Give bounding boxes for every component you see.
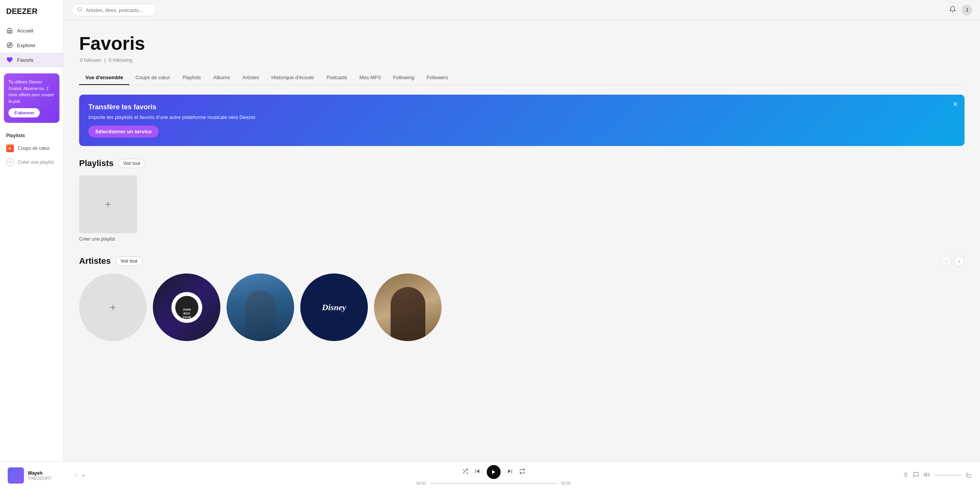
player-thumbnail (8, 467, 24, 484)
artistes-section-header: Artistes Voir tout ‹ › (79, 256, 965, 267)
tab-coups-de-coeur[interactable]: Coups de cœur (129, 71, 176, 85)
player-controls: 00:00 00:00 (91, 465, 896, 486)
player-buttons (462, 465, 525, 479)
tab-followers[interactable]: Followers (420, 71, 454, 85)
tab-podcasts[interactable]: Podcasts (320, 71, 353, 85)
playlists-section-title-main: Playlists (79, 158, 113, 168)
create-playlist-card-image: + (79, 175, 137, 233)
tab-following[interactable]: Following (387, 71, 420, 85)
next-button[interactable] (507, 468, 513, 476)
player-track-info: Wayeh THEODORT ♡ + (8, 467, 85, 484)
subscribe-button[interactable]: S'abonner (8, 108, 40, 117)
next-arrow-button[interactable]: › (954, 256, 965, 267)
coups-de-coeur-icon: ♥ (6, 144, 14, 152)
player-track-artist: THEODORT (28, 476, 70, 481)
sidebar-item-explorer-label: Explorer (17, 42, 36, 48)
svg-point-1 (7, 42, 12, 48)
topbar: J (64, 0, 980, 20)
artistes-section: Artistes Voir tout ‹ › + (79, 256, 965, 344)
fullscreen-button[interactable] (966, 472, 972, 479)
svg-marker-13 (492, 470, 495, 474)
sidebar-item-accueil-label: Accueil (17, 28, 33, 34)
svg-text:BOX: BOX (183, 312, 190, 315)
prev-button[interactable] (474, 468, 481, 476)
svg-marker-22 (924, 473, 926, 476)
progress-bar[interactable] (430, 483, 557, 484)
home-icon (6, 27, 13, 34)
create-playlist-sidebar[interactable]: + Créer une playlist (0, 155, 63, 169)
artist-card-add[interactable]: + (79, 273, 147, 344)
nav-arrows: ‹ › (941, 256, 965, 267)
create-playlist-card[interactable]: + Créer une playlist (79, 175, 137, 242)
search-icon (77, 7, 83, 14)
tab-mes-mp3[interactable]: Mes MP3 (353, 71, 387, 85)
promo-box: Tu utilises Deezer Gratuit. Abonne-toi, … (4, 73, 59, 123)
compass-icon (6, 42, 13, 49)
search-input[interactable] (86, 7, 151, 13)
tab-vue-ensemble[interactable]: Vue d'ensemble (79, 71, 129, 85)
topbar-right: J (949, 5, 972, 15)
plus-icon-big: + (105, 198, 111, 211)
sidebar-item-favoris-label: Favoris (17, 57, 34, 63)
page-body: Favoris 0 follower | 0 following Vue d'e… (64, 20, 980, 374)
shuffle-button[interactable] (462, 468, 468, 476)
artistes-section-title: Artistes (79, 256, 111, 266)
playlists-voir-tout-button[interactable]: Voir tout (118, 159, 145, 168)
player-track-text: Wayeh THEODORT (28, 470, 70, 481)
queue-button[interactable] (902, 472, 908, 479)
add-to-playlist-button[interactable]: + (82, 472, 85, 479)
svg-point-3 (78, 7, 81, 11)
artist-card-jukebox[interactable]: JUKEBOXTOUR (153, 273, 220, 344)
sidebar-playlist-label: Coups de cœur (18, 146, 50, 151)
separator: | (104, 57, 107, 63)
player-track-name: Wayeh (28, 470, 70, 476)
artist-avatar-guy (374, 273, 442, 341)
svg-line-10 (463, 469, 464, 470)
logo: DEEZER (0, 0, 63, 22)
bell-icon[interactable] (949, 6, 956, 14)
play-pause-button[interactable] (487, 465, 501, 479)
promo-text: Tu utilises Deezer Gratuit. Abonne-toi, … (8, 79, 55, 104)
artist-card-disney[interactable]: Disney (300, 273, 368, 344)
svg-marker-14 (508, 469, 511, 474)
volume-button[interactable] (924, 472, 930, 479)
tab-albums[interactable]: Albums (207, 71, 236, 85)
sidebar: DEEZER Accueil Explorer Favoris (0, 0, 64, 461)
user-avatar[interactable]: J (961, 5, 972, 15)
player-bar: Wayeh THEODORT ♡ + 00:00 (0, 461, 980, 489)
artist-card-guy[interactable] (374, 273, 442, 344)
promo-banner: ✕ Transfère tes favoris Importe tes play… (79, 95, 965, 146)
artist-card-man[interactable] (227, 273, 294, 344)
volume-bar[interactable] (934, 475, 961, 476)
artist-avatar-jukebox: JUKEBOXTOUR (153, 273, 220, 341)
like-track-button[interactable]: ♡ (74, 472, 79, 479)
sidebar-item-favoris[interactable]: Favoris (0, 53, 63, 67)
playlists-section: Playlists Voir tout + Créer une playlist (79, 158, 965, 242)
tab-artistes[interactable]: Artistes (236, 71, 265, 85)
select-service-button[interactable]: Sélectionner un service (88, 126, 159, 138)
artist-avatar-man (227, 273, 294, 341)
time-total: 00:00 (561, 481, 570, 486)
sidebar-item-explorer[interactable]: Explorer (0, 38, 63, 53)
add-artist-icon: + (110, 301, 116, 314)
create-playlist-card-label: Créer une playlist (79, 236, 137, 242)
artists-row: + JUKEBOXTOUR (79, 273, 965, 344)
lyrics-button[interactable] (913, 472, 919, 479)
heart-icon (6, 56, 13, 63)
sidebar-playlist-coups-de-coeur[interactable]: ♥ Coups de cœur (0, 141, 63, 155)
tab-playlists[interactable]: Playlists (176, 71, 207, 85)
followers-count: 0 follower (80, 57, 102, 63)
repeat-button[interactable] (519, 468, 525, 476)
prev-arrow-button[interactable]: ‹ (941, 256, 951, 267)
playlist-grid: + Créer une playlist (79, 175, 965, 242)
search-bar[interactable] (71, 4, 156, 16)
artistes-voir-tout-button[interactable]: Voir tout (115, 256, 142, 266)
svg-marker-2 (8, 44, 11, 46)
player-right (902, 472, 972, 479)
sidebar-item-accueil[interactable]: Accueil (0, 23, 63, 38)
time-current: 00:00 (416, 481, 426, 486)
tab-historique[interactable]: Historique d'écoute (265, 71, 320, 85)
player-track-actions: ♡ + (74, 472, 85, 479)
page-meta: 0 follower | 0 following (79, 57, 965, 63)
banner-close-button[interactable]: ✕ (953, 100, 958, 109)
